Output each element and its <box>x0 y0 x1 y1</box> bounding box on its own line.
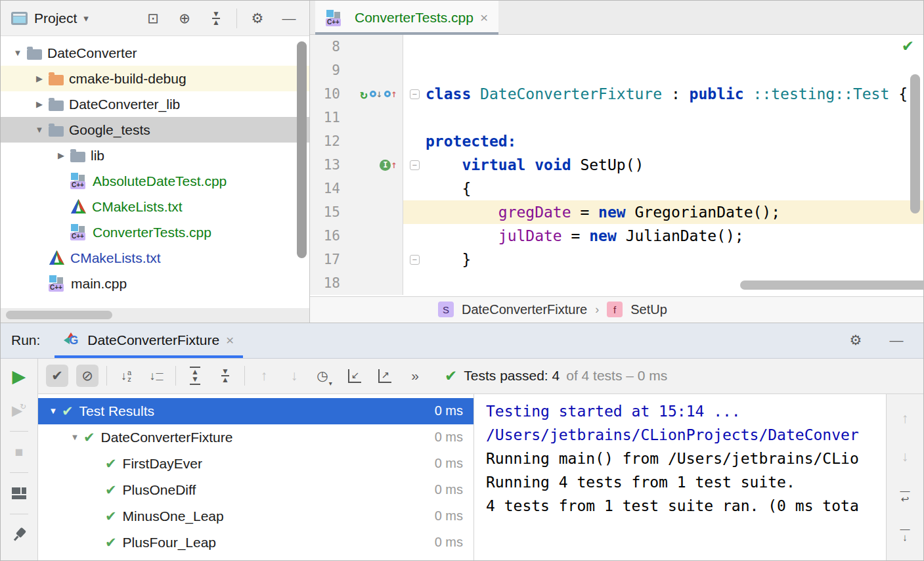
test-row-plusfour-leap[interactable]: ✔PlusFour_Leap0 ms <box>38 529 473 556</box>
overridden-marker-icon[interactable]: ↓ <box>370 89 383 99</box>
select-opened-file-icon[interactable]: ⊡ <box>142 7 164 30</box>
code-text[interactable]: } <box>426 248 471 271</box>
code-text[interactable]: julDate = new JulianDate(); <box>426 224 744 248</box>
scroll-to-end-icon[interactable]: ―↓ <box>894 522 916 544</box>
show-passed-icon[interactable]: ✔ <box>46 365 68 387</box>
console-line[interactable]: Testing started at 15:14 ... <box>486 399 886 423</box>
fold-marker-open[interactable]: − <box>403 153 426 177</box>
tree-item-main-cpp[interactable]: C++main.cpp <box>1 271 309 296</box>
console-line[interactable]: 4 tests from 1 test suite ran. (0 ms tot… <box>486 494 886 518</box>
test-row-firstdayever[interactable]: ✔FirstDayEver0 ms <box>38 451 473 477</box>
chevron-right-icon[interactable]: ▶ <box>52 150 70 160</box>
close-tab-icon[interactable]: × <box>226 332 234 348</box>
tree-item-google-tests[interactable]: ▼Google_tests <box>1 117 309 143</box>
code-text[interactable]: { <box>426 177 471 200</box>
collapse-all-icon[interactable]: ▼▲ <box>214 365 236 387</box>
tree-item-label: CMakeLists.txt <box>92 199 183 215</box>
test-run-icon[interactable]: ↻ <box>360 82 367 106</box>
tree-item-dateconverter-lib[interactable]: ▶DateConverter_lib <box>1 91 309 117</box>
soft-wrap-icon[interactable]: ―↩ <box>894 483 916 506</box>
sort-alphabetically-icon[interactable]: ↓az <box>115 365 137 387</box>
fold-marker-close[interactable]: − <box>403 248 426 271</box>
project-view-selector[interactable]: Project <box>34 11 77 26</box>
tree-item-cmakelists-txt[interactable]: CMakeLists.txt <box>1 245 309 271</box>
test-row-plusonediff[interactable]: ✔PlusOneDiff0 ms <box>38 477 473 503</box>
test-row-dateconverterfixture[interactable]: ▼✔DateConverterFixture0 ms <box>38 424 473 451</box>
line-number[interactable]: 13 <box>310 153 340 177</box>
chevron-right-icon[interactable]: ▶ <box>30 99 49 109</box>
test-row-minusone-leap[interactable]: ✔MinusOne_Leap0 ms <box>38 503 473 529</box>
console-line[interactable]: Running main() from /Users/jetbrains/CLi… <box>486 447 886 470</box>
chevron-down-icon[interactable]: ▼ <box>66 432 83 442</box>
scroll-up-icon[interactable]: ↑ <box>894 407 916 430</box>
chevron-down-icon[interactable]: ▼ <box>30 125 49 135</box>
line-number[interactable]: 10 <box>310 82 340 106</box>
breadcrumb-item-setup[interactable]: SetUp <box>630 302 667 317</box>
line-number[interactable]: 14 <box>310 177 340 200</box>
overriding-marker-icon[interactable]: ↑ <box>384 89 397 99</box>
test-label: FirstDayEver <box>123 456 202 472</box>
console-line[interactable]: Running 4 tests from 1 test suite. <box>486 470 886 494</box>
rerun-icon[interactable]: ▶ <box>8 365 30 388</box>
line-number[interactable]: 17 <box>310 248 340 271</box>
run-tab-dateconverterfixture[interactable]: G DateConverterFixture × <box>55 323 243 358</box>
code-editor[interactable]: 8910↻↓↑−class DateConverterFixture : pub… <box>310 35 923 296</box>
scroll-down-icon[interactable]: ↓ <box>894 445 916 468</box>
editor-vertical-scrollbar[interactable] <box>910 74 920 213</box>
code-text[interactable]: class DateConverterFixture : public ::te… <box>426 82 908 106</box>
hide-tool-window-icon[interactable]: — <box>278 7 300 30</box>
stop-icon[interactable]: ■ <box>8 441 30 463</box>
test-console[interactable]: Testing started at 15:14 .../Users/jetbr… <box>474 394 886 560</box>
tree-item-cmake-build-debug[interactable]: ▶cmake-build-debug <box>1 66 309 91</box>
show-ignored-icon[interactable]: ⊘ <box>76 365 99 387</box>
test-row-test-results[interactable]: ▼✔Test Results0 ms <box>38 398 473 424</box>
more-icon[interactable]: » <box>404 365 426 387</box>
expand-all-icon[interactable]: ▲▼ <box>184 365 206 387</box>
project-tree-vertical-scrollbar[interactable] <box>297 41 307 258</box>
locate-icon[interactable]: ⊕ <box>173 7 196 30</box>
code-line-8: 8 <box>310 35 923 58</box>
fold-marker-open[interactable]: − <box>403 82 426 106</box>
import-test-results-icon[interactable]: ↙ <box>343 365 366 387</box>
line-number[interactable]: 11 <box>310 106 340 129</box>
tree-item-lib[interactable]: ▶lib <box>1 143 309 168</box>
next-failed-test-icon[interactable]: ↓ <box>283 365 305 387</box>
line-number[interactable]: 12 <box>310 129 340 153</box>
chevron-down-icon[interactable]: ▾ <box>83 12 89 24</box>
editor-tab-convertertests[interactable]: C++ ConverterTests.cpp × <box>315 1 498 35</box>
console-line[interactable]: /Users/jetbrains/CLionProjects/DateConve… <box>486 423 886 447</box>
close-tab-icon[interactable]: × <box>480 10 488 26</box>
settings-icon[interactable]: ⚙ <box>845 329 867 351</box>
line-number[interactable]: 8 <box>310 35 340 58</box>
sort-by-duration-icon[interactable]: ↓―― <box>145 365 167 387</box>
hide-tool-window-icon[interactable]: — <box>885 329 908 351</box>
run-tool-window: Run: G DateConverterFixture × ⚙— ▶▶↻■ ✔⊘… <box>1 323 923 560</box>
implementing-marker-icon[interactable]: I↑ <box>380 160 397 171</box>
line-number[interactable]: 15 <box>310 200 340 224</box>
tree-item-absolutedatetest-cpp[interactable]: C++AbsoluteDateTest.cpp <box>1 168 309 194</box>
rerun-failed-tests-icon[interactable]: ▶↻ <box>8 399 30 422</box>
settings-icon[interactable]: ⚙ <box>246 7 269 30</box>
line-number[interactable]: 18 <box>310 271 340 295</box>
previous-failed-test-icon[interactable]: ↑ <box>253 365 275 387</box>
code-text[interactable]: virtual void SetUp() <box>426 153 644 177</box>
export-test-results-icon[interactable]: ↗ <box>374 365 396 387</box>
tree-item-convertertests-cpp[interactable]: C++ConverterTests.cpp <box>1 219 309 245</box>
pin-tab-icon[interactable] <box>8 524 30 546</box>
collapse-all-icon[interactable]: ▼▲ <box>205 7 227 30</box>
test-history-icon[interactable]: ◷▾ <box>313 365 336 387</box>
chevron-down-icon[interactable]: ▼ <box>45 406 62 416</box>
editor-gutter: 11 <box>310 106 403 129</box>
tree-item-cmakelists-txt[interactable]: CMakeLists.txt <box>1 194 309 219</box>
project-tree-horizontal-scrollbar[interactable] <box>6 311 112 319</box>
editor-horizontal-scrollbar[interactable] <box>740 280 924 290</box>
line-number[interactable]: 16 <box>310 224 340 248</box>
layout-settings-icon[interactable] <box>8 482 30 505</box>
tree-item-dateconverter[interactable]: ▼DateConverter <box>1 40 309 66</box>
breadcrumb-item-dateconverterfixture[interactable]: DateConverterFixture <box>462 302 587 317</box>
chevron-down-icon[interactable]: ▼ <box>9 48 27 58</box>
code-text[interactable]: gregDate = new GregorianDate(); <box>426 200 780 224</box>
line-number[interactable]: 9 <box>310 58 340 82</box>
chevron-right-icon[interactable]: ▶ <box>30 74 49 83</box>
code-text[interactable]: protected: <box>426 129 516 153</box>
